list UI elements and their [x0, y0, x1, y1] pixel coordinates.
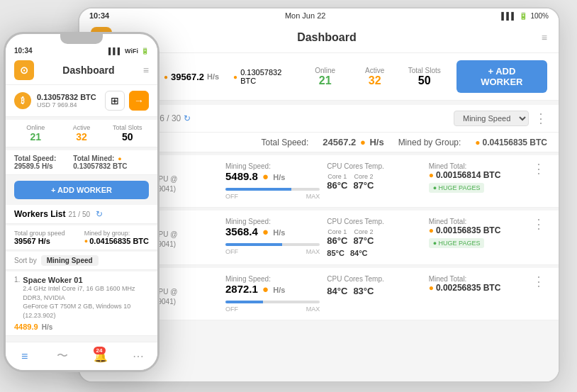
- phone-qr-button[interactable]: ⊞: [105, 91, 125, 111]
- phone-worker-speed: 4489.9 H/s: [14, 323, 149, 331]
- phone-nav-menu[interactable]: ⋯: [120, 347, 158, 366]
- phone-add-worker-button[interactable]: + ADD WORKER: [14, 181, 149, 199]
- phone-sort-label: Sort by: [14, 257, 37, 264]
- battery-icon: 🔋: [519, 12, 527, 20]
- filter-icon[interactable]: ≡: [542, 32, 547, 43]
- mining-speed-section: Mining Speed: 3568.4 ● H/s OFF MAX: [225, 218, 320, 255]
- phone-worker-name: Space Woker 01: [23, 276, 149, 284]
- phone: 10:34 ▌▌▌ WiFi 🔋 ⊙ Dashboard ≡ ₿ 0.13057…: [4, 32, 159, 372]
- cpu-temps: Core 1 86°C Core 2 87°C: [327, 173, 421, 191]
- mined-total-value: ● 0.00156835 BTC: [429, 225, 523, 235]
- mined-icon: ●: [429, 170, 434, 180]
- mined-total-label: Mined Total:: [429, 162, 523, 170]
- phone-stat-active: Active 32: [60, 124, 103, 142]
- phone-stats: Online 21 Active 32 Total Slots 50: [6, 120, 157, 147]
- stat-online: Online 21: [308, 67, 343, 87]
- phone-active-label: Active: [60, 124, 103, 131]
- speed-badge: ● 39567.2 H/s: [164, 72, 219, 82]
- cpu-temps-label: CPU Cores Temp.: [327, 218, 421, 225]
- core-2-temp: 83°C: [353, 286, 374, 296]
- active-label: Active: [365, 67, 384, 74]
- mined-dot-icon: ●: [118, 155, 121, 162]
- phone-total-slots-label: Total Slots: [106, 124, 149, 131]
- btc-icon: ₿: [14, 92, 31, 109]
- home-icon: ≡: [21, 350, 28, 363]
- btc-icon: ●: [233, 73, 237, 81]
- phone-btc-info: 0.13057832 BTC USD 7 969.84: [37, 93, 96, 108]
- refresh-icon[interactable]: ↻: [184, 113, 191, 123]
- phone-refresh-icon[interactable]: ↻: [96, 209, 103, 219]
- mining-speed-label: Mining Speed:: [225, 162, 320, 170]
- phone-online-value: 21: [14, 131, 57, 142]
- phone-filter-icon[interactable]: ≡: [143, 65, 149, 76]
- phone-speed-row: Total Speed: 29589.5 H/s Total Mined: ● …: [6, 150, 157, 175]
- active-value: 32: [369, 74, 381, 87]
- workers-more-icon[interactable]: ⋮: [534, 112, 547, 125]
- speed-dot: ●: [262, 225, 269, 237]
- phone-nav-notifications[interactable]: 🔔 24: [82, 347, 120, 366]
- phone-sort-value[interactable]: Mining Speed: [41, 255, 99, 266]
- max-label: MAX: [306, 193, 320, 200]
- worker-more-button[interactable]: ⋮: [530, 162, 547, 175]
- max-label: MAX: [306, 248, 320, 255]
- phone-content: ₿ 0.13057832 BTC USD 7 969.84 ⊞ → Online…: [6, 85, 157, 343]
- phone-stat-total-slots: Total Slots 50: [106, 124, 149, 142]
- mined-icon: ●: [429, 283, 434, 293]
- phone-speed-unit: H/s: [42, 323, 53, 331]
- phone-nav-home[interactable]: ≡: [6, 347, 44, 366]
- mined-by-group-value: ● 0.04156835 BTC: [475, 138, 547, 147]
- phone-worker-row: 1. Space Woker 01 2.4 GHz Intel Core i7,…: [14, 276, 149, 320]
- mining-speed-value: 5489.8 ● H/s: [225, 170, 320, 182]
- phone-group-speed-label: Total group speed: [14, 230, 65, 237]
- phone-worker-number: 1.: [14, 276, 20, 284]
- list-item[interactable]: 1. Space Woker 01 2.4 GHz Intel Core i7,…: [6, 271, 157, 336]
- huge-pages-badge: HUGE PAGES: [429, 238, 485, 248]
- page-title: Dashboard: [297, 31, 357, 44]
- stat-active: Active 32: [357, 67, 393, 87]
- tablet-status-icons: ▌▌▌ 🔋 100%: [501, 12, 549, 20]
- worker-more-button[interactable]: ⋮: [530, 275, 547, 288]
- phone-group-mined: Mined by group: ● 0.04156835 BTC: [84, 230, 149, 245]
- cpu-temps-section: CPU Cores Temp. Core 1 86°C Core 2 87°C …: [327, 218, 421, 257]
- phone-send-button[interactable]: →: [129, 91, 149, 111]
- mined-total-label: Mined Total:: [429, 275, 523, 283]
- phone-total-slots-value: 50: [106, 131, 149, 142]
- mined-dot: ●: [475, 138, 480, 147]
- worker-more-button[interactable]: ⋮: [530, 218, 547, 230]
- speed-slider: [225, 188, 320, 191]
- mining-speed-section: Mining Speed: 5489.8 ● H/s OFF MAX: [225, 162, 320, 200]
- mined-total-value: ● 0.00256835 BTC: [429, 283, 523, 293]
- phone-group-stats: Total group speed 39567 H/s Mined by gro…: [6, 225, 157, 250]
- total-speed-value: 24567.2 ● H/s: [323, 137, 383, 147]
- add-worker-button[interactable]: + ADD WORKER: [456, 60, 547, 93]
- phone-nav-chart[interactable]: 〜: [44, 347, 82, 366]
- speed-dot: ●: [164, 73, 168, 81]
- phone-total-mined-label: Total Mined:: [73, 155, 114, 162]
- speed-value: 39567.2: [171, 72, 204, 82]
- core-2-temp: Core 2 87°C: [353, 228, 374, 246]
- signal-icon: ▌▌▌: [501, 12, 516, 20]
- phone-time: 10:34: [14, 47, 33, 55]
- online-label: Online: [315, 67, 335, 74]
- stat-total-slots: Total Slots 50: [407, 67, 442, 87]
- mining-speed-value: 3568.4 ● H/s: [225, 225, 320, 237]
- off-label: OFF: [225, 193, 238, 200]
- phone-app-logo: ⊙: [14, 60, 34, 80]
- phone-wifi-icon: WiFi: [125, 47, 138, 55]
- cpu-temps-row2: 85°C 84°C: [327, 249, 421, 257]
- sort-select[interactable]: Mining Speed: [454, 111, 529, 126]
- phone-logo-icon: ⊙: [20, 65, 28, 76]
- phone-sort-row: Sort by Mining Speed: [6, 252, 157, 270]
- phone-btc-amount: 0.13057832 BTC: [37, 93, 96, 101]
- phone-group-mined-value: ● 0.04156835 BTC: [84, 237, 149, 245]
- online-value: 21: [319, 74, 332, 87]
- phone-group-mined-label: Mined by group:: [84, 230, 149, 237]
- speed-slider-labels: OFF MAX: [225, 248, 320, 255]
- speed-slider-labels: OFF MAX: [225, 306, 320, 313]
- phone-online-label: Online: [14, 124, 57, 131]
- cpu-temps-section: CPU Cores Temp. Core 1 86°C Core 2 87°C: [327, 162, 421, 191]
- mined-total-section: Mined Total: ● 0.00156814 BTC HUGE PAGES: [429, 162, 523, 193]
- mined-by-group-label: Mined by Group:: [398, 138, 461, 147]
- mining-speed-label: Mining Speed:: [225, 275, 320, 283]
- phone-btc-actions: ⊞ →: [105, 91, 149, 111]
